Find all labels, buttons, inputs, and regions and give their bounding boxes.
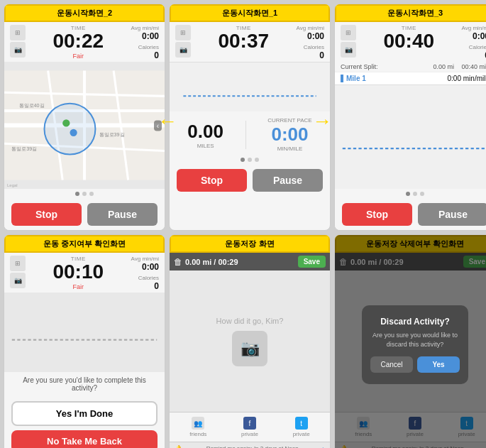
- stop-button-1[interactable]: Stop: [177, 169, 247, 192]
- time-block-2: TIME 00:22 Fair: [26, 25, 131, 60]
- dialog-text: Are you sure you would like to discard t…: [370, 331, 460, 349]
- mile-label-3: Mile 1: [346, 75, 448, 82]
- dots-row-3: [335, 189, 486, 199]
- grid-icon: ⊞: [10, 25, 26, 40]
- save-social: 👥 friends f private t private: [170, 412, 330, 442]
- remind-bar: 🔔 Remind me again: In 3 days at Noon ›: [170, 442, 330, 448]
- svg-point-13: [70, 129, 77, 136]
- svg-rect-14: [177, 62, 324, 111]
- screen-confirm-stop: 운동 중지여부 확인화면 ⊞ 📷 TIME 00:10 Fair Avg min…: [4, 234, 165, 448]
- btn-row-1: Stop Pause: [170, 165, 330, 196]
- camera-placeholder[interactable]: 📷: [232, 331, 267, 366]
- dot-1c: [255, 158, 259, 162]
- mile-value-3: 0:00 min/mile: [448, 75, 486, 82]
- calories-value-3: 0: [462, 50, 486, 60]
- header-confirm: ⊞ 📷 TIME 00:10 Fair Avg min/mi 0:00 Calo…: [4, 253, 165, 293]
- facebook-icon: f: [243, 417, 256, 430]
- calories-label-1: Calories: [297, 44, 324, 50]
- distance-block-1: 0.00 Miles: [187, 121, 223, 149]
- dialog-cancel-button[interactable]: Cancel: [370, 356, 413, 373]
- avg-label-2: Avg min/mi: [131, 25, 159, 31]
- screen-title-confirm: 운동 중지여부 확인화면: [4, 235, 165, 253]
- blue-bar-3: [341, 75, 343, 82]
- btn-row-2: Stop Pause: [4, 199, 165, 230]
- confirm-buttons: Yes I'm Done No Take Me Back: [4, 396, 165, 448]
- pause-button-2[interactable]: Pause: [87, 203, 158, 226]
- pause-button-3[interactable]: Pause: [418, 203, 486, 226]
- avg-value-c: 0:00: [131, 262, 159, 272]
- dialog-buttons: Cancel Yes: [370, 356, 460, 373]
- save-dist-text: 0.00 mi / 00:29: [185, 258, 295, 266]
- avg-label-1: Avg min/mi: [297, 25, 324, 31]
- side-stats-2: Avg min/mi 0:00 Calories 0: [131, 25, 159, 60]
- svg-text:통일로40길: 통일로40길: [19, 102, 45, 109]
- dot-3a: [406, 192, 410, 196]
- stop-button-2[interactable]: Stop: [11, 203, 82, 226]
- remind-icon: 🔔: [175, 445, 182, 448]
- svg-text:통일로39길: 통일로39길: [99, 131, 125, 138]
- dot-1: [75, 192, 79, 196]
- screen-workout-1: 운동시작화면_1 ⊞ 📷 TIME 00:37 Avg min/mi 0:00 …: [169, 4, 331, 231]
- avg-label-3: Avg min/mi: [462, 25, 486, 31]
- dot-3c: [420, 192, 424, 196]
- current-split-dist: 0.00 mi: [433, 63, 454, 70]
- dot-1a: [241, 158, 245, 162]
- facebook-label: private: [241, 431, 258, 437]
- legal-text-2: Legal: [7, 183, 18, 187]
- distance-value-1: 0.00: [187, 121, 223, 143]
- how-text: How did it go, Kim?: [216, 317, 284, 325]
- mile-row-3: Mile 1 0:00 min/mile: [335, 72, 486, 84]
- time-block-confirm: TIME 00:10 Fair: [26, 256, 131, 290]
- calories-value-2: 0: [131, 50, 159, 60]
- camera-icon-sm: 📷: [10, 42, 26, 58]
- time-value-c: 00:10: [26, 262, 131, 282]
- calories-value-1: 0: [297, 50, 324, 60]
- discard-dialog-overlay: Discard Activity? Are you sure you would…: [335, 235, 486, 448]
- current-split-time: 00:40 min: [461, 63, 486, 70]
- twitter-icon: t: [295, 417, 308, 430]
- screen-title-3: 운동시작화면_3: [335, 4, 486, 22]
- pace-block-1: CURRENT PACE 0:00 Min/Mile: [267, 117, 311, 152]
- divider-1: [245, 121, 246, 149]
- screen-title-save: 운동저장 화면: [170, 235, 330, 253]
- pause-button-1[interactable]: Pause: [253, 169, 323, 192]
- stop-button-3[interactable]: Stop: [342, 203, 412, 226]
- dot-1b: [248, 158, 252, 162]
- remind-text: Remind me again: In 3 days at Noon: [206, 445, 299, 448]
- confirm-text: Are you sure you'd like to complete this…: [4, 372, 165, 396]
- header-2: ⊞ 📷 TIME 00:22 Fair Avg min/mi 0:00 Calo…: [4, 22, 165, 62]
- twitter-item[interactable]: t private: [293, 417, 310, 437]
- twitter-label: private: [293, 431, 310, 437]
- dot-3: [89, 192, 94, 196]
- save-header: 🗑 0.00 mi / 00:29 Save: [170, 253, 330, 271]
- screen-workout-3: 운동시작화면_3 ⊞ 📷 TIME 00:40 Avg min/mi 0:00 …: [334, 4, 486, 231]
- friends-item[interactable]: 👥 friends: [189, 417, 206, 437]
- remind-chevron[interactable]: ›: [322, 445, 324, 448]
- pace-value-1: 0:00: [267, 124, 311, 146]
- header-icons-confirm: ⊞ 📷: [10, 256, 26, 288]
- trash-icon[interactable]: 🗑: [174, 257, 182, 267]
- calories-label-3: Calories: [462, 44, 486, 50]
- map-placeholder-c: [4, 293, 165, 372]
- arrow-right: →: [312, 110, 332, 133]
- yes-done-button[interactable]: Yes I'm Done: [11, 401, 158, 426]
- pace-unit-1: Min/Mile: [267, 146, 311, 152]
- save-button[interactable]: Save: [298, 256, 326, 268]
- dots-row-2: [4, 189, 165, 199]
- dots-row-1: [170, 155, 330, 165]
- header-3: ⊞ 📷 TIME 00:40 Avg min/mi 0:00 Calories …: [335, 22, 486, 62]
- avg-value-1: 0:00: [297, 31, 324, 41]
- facebook-item[interactable]: f private: [241, 417, 258, 437]
- fair-label-2: Fair: [26, 53, 131, 60]
- dist-pace-row-1: 0.00 Miles CURRENT PACE 0:00 Min/Mile: [170, 111, 330, 155]
- svg-point-12: [62, 119, 70, 126]
- screen-title-2: 운동시작화면_2: [4, 4, 165, 22]
- pace-chart-1: [170, 62, 330, 111]
- btn-row-3: Stop Pause: [335, 199, 486, 230]
- camera-icon-c: 📷: [10, 273, 26, 288]
- map-svg-c: [4, 293, 165, 372]
- dialog-yes-button[interactable]: Yes: [417, 356, 460, 373]
- calories-value-c: 0: [131, 281, 159, 291]
- no-back-button[interactable]: No Take Me Back: [11, 430, 158, 448]
- pace-svg-1: [170, 62, 330, 111]
